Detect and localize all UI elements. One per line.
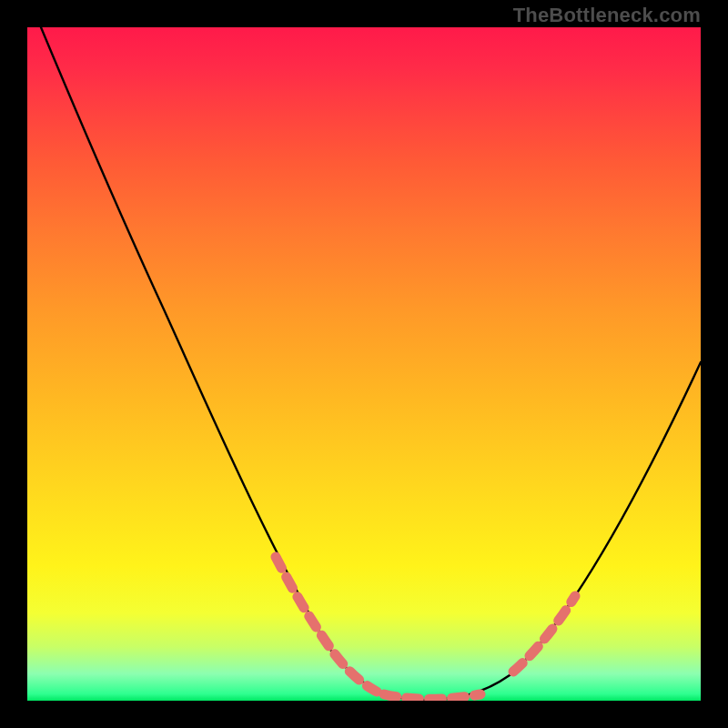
highlight-right-segment [513, 596, 575, 672]
chart-frame: TheBottleneck.com [0, 0, 728, 728]
highlight-bottom-segment [384, 694, 480, 699]
highlight-left-segment [276, 557, 377, 692]
chart-plot [27, 27, 701, 701]
attribution-text: TheBottleneck.com [513, 4, 701, 27]
bottleneck-curve-line [41, 27, 701, 700]
